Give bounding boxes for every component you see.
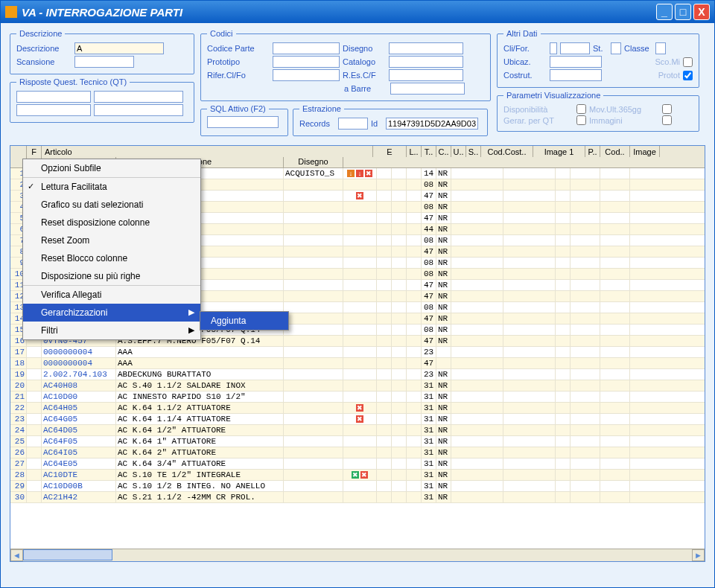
horizontal-scrollbar[interactable]: ◄ ► [10, 549, 705, 561]
table-row[interactable]: 20AC40H08AC S.40 1.1/2 SALDARE INOX31NR [10, 380, 705, 392]
input-qt4[interactable] [94, 104, 183, 116]
scroll-track[interactable] [112, 549, 692, 561]
input-rifer[interactable] [273, 69, 340, 81]
col-header-t[interactable]: T.. [422, 146, 436, 157]
col-header-articolo-group[interactable]: Articolo [42, 146, 373, 157]
table-row[interactable]: 22AC64H05AC K.64 1.1/2 ATTUATORE✖31NR [10, 403, 705, 414]
checkbox-mov[interactable] [662, 104, 672, 114]
input-st[interactable] [611, 42, 621, 54]
maximize-button[interactable]: □ [675, 4, 691, 20]
cell-codcost [451, 168, 503, 179]
menu-item-reset-disposizione-colonne[interactable]: Reset disposizione colonne [23, 214, 200, 231]
table-row[interactable]: 180000000004AAA47 [10, 358, 705, 369]
table-row[interactable]: 192.002.704.103ABDECKUNG BURATTATO23NR [10, 369, 705, 380]
col-header-codcost[interactable]: Cod.Cost.. [481, 146, 533, 157]
table-row[interactable]: 27AC64E05AC K.64 3/4" ATTUATORE31NR [10, 458, 705, 470]
legend-altri: Altri Dati [503, 29, 541, 38]
input-costrut[interactable] [550, 69, 602, 81]
input-qt1[interactable] [16, 91, 91, 103]
checkbox-gerar[interactable] [576, 115, 586, 125]
input-prototipo[interactable] [273, 56, 340, 68]
cell-l [377, 369, 392, 380]
table-row[interactable]: 26AC64I05AC K.64 2" ATTUATORE31NR [10, 447, 705, 458]
cell-e: ✖✖ [343, 470, 377, 480]
close-button[interactable]: X [693, 4, 710, 20]
cell-c [407, 258, 422, 268]
input-ubicaz[interactable] [550, 56, 602, 68]
col-header-e[interactable]: E [373, 146, 407, 157]
table-row[interactable]: 30AC21H42AC S.21 1.1/2 -42MM CR PROL.31N… [10, 492, 705, 503]
checkbox-disp[interactable] [576, 104, 586, 114]
col-header-f[interactable]: F [27, 146, 42, 157]
input-codice-parte[interactable] [273, 42, 340, 54]
table-row[interactable]: 23AC64G05AC K.64 1.1/4 ATTUATORE✖31NR [10, 414, 705, 425]
cell-cod2 [571, 269, 600, 279]
cell-rownum: 18 [10, 358, 27, 368]
input-resc[interactable] [389, 69, 463, 81]
col-header-u[interactable]: U.. [451, 146, 466, 157]
input-abarre[interactable] [390, 83, 465, 95]
table-row[interactable]: 24AC64D05AC K.64 1/2" ATTUATORE31NR [10, 425, 705, 436]
input-clifor1[interactable] [550, 42, 557, 54]
input-clifor2[interactable] [560, 42, 590, 54]
input-scansione[interactable] [74, 56, 134, 68]
cell-disegno: ACQUISTO_S [284, 168, 343, 179]
cell-cod2 [571, 392, 600, 402]
col-header-cod2[interactable]: Cod.. [600, 146, 630, 157]
input-id[interactable] [386, 118, 478, 130]
table-row[interactable]: 25AC64F05AC K.64 1" ATTUATORE31NR [10, 436, 705, 447]
menu-item-reset-zoom[interactable]: Reset Zoom [23, 231, 200, 249]
menu-item-disposizione-su-più-righe[interactable]: Disposizione su più righe [23, 267, 200, 285]
input-sql[interactable] [207, 116, 279, 128]
col-header-l[interactable]: L.. [407, 146, 422, 157]
submenu-item-aggiunta[interactable]: Aggiunta [200, 312, 288, 330]
scroll-thumb[interactable] [23, 549, 112, 560]
menu-item-opzioni-subfile[interactable]: Opzioni Subfile [23, 159, 200, 177]
table-row[interactable]: 170000000004AAA23 [10, 347, 705, 358]
table-row[interactable]: 29AC10D00BAC S.10 1/2 B INTEG. NO ANELLO… [10, 481, 705, 492]
form-area: Descrizione Descrizione Scansione Rispos… [1, 23, 714, 142]
scroll-right-button[interactable]: ► [692, 549, 705, 561]
label-abarre: a Barre [344, 84, 387, 93]
cell-s: NR [436, 392, 451, 402]
menu-item-filtri[interactable]: Filtri▶ [23, 322, 200, 339]
checkbox-protot[interactable] [683, 71, 693, 80]
label-scansione: Scansione [16, 57, 72, 66]
cell-t [392, 325, 407, 335]
input-descrizione[interactable] [74, 42, 164, 54]
cell-rownum: 19 [10, 369, 27, 380]
checkbox-immagini[interactable] [662, 115, 672, 125]
col-header-s[interactable]: S.. [466, 146, 481, 157]
input-qt2[interactable] [94, 91, 183, 103]
col-header-rownum[interactable] [10, 146, 27, 157]
input-catalogo[interactable] [389, 56, 463, 68]
cell-p [556, 168, 571, 179]
menu-item-verifica-allegati[interactable]: Verifica Allegati [23, 285, 200, 304]
input-qt3[interactable] [16, 104, 91, 116]
menu-item-gerarchizzazioni[interactable]: Gerarchizzazioni▶ [23, 304, 200, 322]
col-header-p[interactable]: P.. [585, 146, 600, 157]
table-row[interactable]: 28AC10DTEAC S.10 TE 1/2" INTEGRALE✖✖31NR [10, 470, 705, 481]
menu-item-grafico-su-dati-selezionati[interactable]: Grafico su dati selezionati [23, 196, 200, 214]
minimize-button[interactable]: _ [656, 4, 673, 20]
cell-disegno [284, 280, 343, 290]
col-header-c[interactable]: C.. [436, 146, 451, 157]
col-subheader-disegno[interactable]: Disegno [284, 157, 343, 167]
input-records[interactable] [338, 118, 368, 130]
cell-p [556, 358, 571, 368]
col-header-image1[interactable]: Image 1 [533, 146, 585, 157]
checkbox-scomi[interactable] [683, 57, 693, 67]
cell-e [343, 313, 377, 324]
menu-item-lettura-facilitata[interactable]: Lettura Facilitata✓ [23, 177, 200, 196]
cell-e [343, 425, 377, 435]
menu-item-reset-blocco-colonne[interactable]: Reset Blocco colonne [23, 249, 200, 267]
cell-f [27, 369, 42, 380]
table-row[interactable]: 21AC10D00AC INNESTO RAPIDO S10 1/2"31NR [10, 392, 705, 403]
scroll-left-button[interactable]: ◄ [10, 549, 23, 561]
cell-u: 47 [422, 213, 436, 223]
input-disegno[interactable] [389, 42, 463, 54]
cell-cod2 [571, 258, 600, 268]
input-classe[interactable] [655, 42, 666, 54]
col-header-image2[interactable]: Image [630, 146, 660, 157]
cell-e [343, 246, 377, 257]
